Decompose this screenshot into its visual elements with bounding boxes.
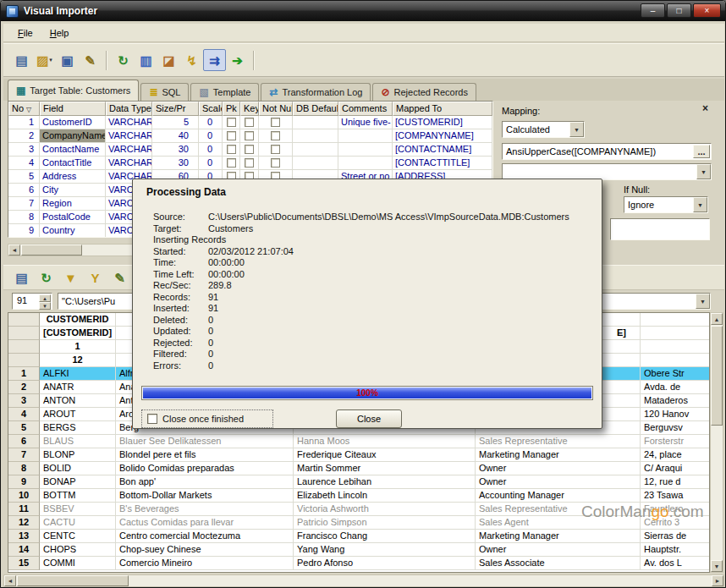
if-null-dropdown-button[interactable]: ▼ [693,197,707,212]
scroll-thumb[interactable] [711,326,723,426]
close-window-button[interactable]: × [693,3,721,18]
save-button[interactable]: ▣ [56,49,79,71]
scroll-left-button[interactable]: ◄ [4,575,16,586]
column-header-pk[interactable]: Pk [223,102,240,116]
cell-customer-id: BOTTM [40,489,116,503]
cell-customer-id: BLAUS [40,435,116,448]
close-once-finished-checkbox[interactable] [147,414,157,424]
cell-contact: Yang Wang [294,543,476,557]
refresh-button[interactable]: ↻ [112,49,135,71]
column-header-comments[interactable]: Comments [338,102,393,116]
mapping-form-button[interactable]: ▤ [10,49,33,71]
wizard-button[interactable]: ↯ [180,49,203,71]
not-null-checkbox[interactable] [271,158,280,168]
dialog-close-label: Close [357,414,381,424]
maximize-button[interactable]: □ [667,3,691,18]
data-grid-hscrollbar[interactable]: ◄ ► [3,574,724,587]
pk-checkbox[interactable] [227,131,236,140]
column-header-mapped-to[interactable]: Mapped To [393,102,492,116]
cell-company: Blauer See Delikatessen [116,435,294,448]
column-header-size-pr[interactable]: Size/Pr [152,102,199,116]
filter-custom-icon: Y [91,272,99,284]
secondary-dropdown-button[interactable]: ▼ [696,164,711,179]
column-header-no[interactable]: No▽ [8,102,40,116]
execute-button[interactable]: ⇉ [203,49,226,71]
cell-customer-id: CACTU [40,516,116,530]
field-row[interactable]: 3ContactNameVARCHAR300[CONTACTNAME] [8,143,492,157]
key-checkbox[interactable] [245,131,254,140]
pk-checkbox[interactable] [227,118,236,127]
copy-button[interactable]: ▥ [135,49,157,71]
scroll-right-button[interactable]: ► [712,575,723,586]
column-header-db-default[interactable]: DB Default [293,102,338,116]
mapping-panel-close-button[interactable]: × [699,102,712,115]
key-checkbox[interactable] [245,158,254,168]
column-header-scale[interactable]: Scale [199,102,223,116]
dialog-close-button[interactable]: Close [336,409,402,428]
cell-address: 120 Hanov [641,408,710,421]
filter-button[interactable]: ▼ [59,267,82,289]
column-header-field[interactable]: Field [40,102,106,116]
tab-rejected-records[interactable]: ⊘Rejected Records [372,83,476,101]
minimize-button[interactable]: – [641,3,665,18]
scroll-thumb[interactable] [21,245,82,256]
mapping-expression-input[interactable]: AnsiUpperCase([COMPANYNAME]) ... [502,143,712,160]
column-header-not-null[interactable]: Not Null [259,102,293,116]
tab-target-table[interactable]: ▦Target Table: Customers [8,80,139,101]
data-grid-vscrollbar[interactable]: ▲ ▼ [710,312,723,573]
field-row[interactable]: 1CustomerIDVARCHAR50Unique five-[CUSTOME… [8,116,492,129]
scroll-down-button[interactable]: ▼ [711,560,723,572]
tab-sql[interactable]: ≣SQL [140,83,189,101]
mapping-secondary-select[interactable]: ▼ [502,163,712,180]
info-label: Started: [153,246,208,258]
not-null-checkbox[interactable] [271,131,280,140]
scroll-left-button[interactable]: ◄ [8,245,20,256]
not-null-checkbox[interactable] [271,145,280,154]
data-row[interactable]: 9BONAPBon app'Laurence LebihanOwner12, r… [8,475,709,489]
dialog-info-line: Rejected:0 [153,338,595,349]
title-bar[interactable]: Visual Importer – □ × [1,1,725,21]
menu-help[interactable]: Help [42,25,77,41]
key-checkbox[interactable] [245,118,254,127]
edit-record-button[interactable]: ✎ [108,267,131,289]
tab-transformation-log[interactable]: ⇄Transformation Log [261,83,371,101]
data-row[interactable]: 10BOTTMBottom-Dollar MarketsElizabeth Li… [8,489,709,503]
key-checkbox[interactable] [245,145,254,154]
field-row[interactable]: 4ContactTitleVARCHAR300[CONTACTTITLE] [8,157,492,170]
mapping-type-dropdown-button[interactable]: ▼ [569,122,584,137]
data-row[interactable]: 6BLAUSBlauer See DelikatessenHanna MoosS… [8,435,709,448]
data-row[interactable]: 7BLONPBlondel pere et filsFrederique Cit… [8,448,709,462]
field-row[interactable]: 2CompanyNameVARCHAR400[COMPANYNAME] [8,129,492,143]
if-null-select[interactable]: Ignore ▼ [624,196,708,213]
spin-up-button[interactable]: ▴ [39,294,51,302]
record-count-spinner[interactable]: 91 ▴ ▾ [12,293,52,310]
refresh-data-button[interactable]: ↻ [35,267,58,289]
mapping-form-button[interactable]: ▤ [10,267,33,289]
info-value: 00:00:00 [208,269,245,279]
spin-down-button[interactable]: ▾ [39,302,51,310]
scroll-up-button[interactable]: ▲ [711,313,723,325]
mapping-type-select[interactable]: Calculated ▼ [502,121,585,138]
pk-checkbox[interactable] [227,158,236,168]
run-button[interactable]: ➔ [226,49,249,71]
column-header-data-type[interactable]: Data Type [106,102,152,116]
field-key-cell [240,116,259,129]
path-dropdown-button[interactable]: ▼ [696,294,710,309]
data-row[interactable]: 13CENTCCentro comercial MoctezumaFrancis… [8,530,709,543]
pk-checkbox[interactable] [227,145,236,154]
filter-custom-button[interactable]: Y [84,267,107,289]
data-row[interactable]: 15COMMIComercio MineiroPedro AfonsoSales… [8,557,709,570]
data-row[interactable]: 14CHOPSChop-suey ChineseYang WangOwnerHa… [8,543,709,557]
scroll-thumb[interactable] [17,575,129,586]
column-header-key[interactable]: Key [240,102,259,116]
not-null-checkbox[interactable] [271,118,280,127]
tab-template[interactable]: ▧Template [190,83,259,101]
menu-file[interactable]: File [10,25,41,41]
info-label: Time: [153,257,208,269]
expression-builder-button[interactable]: ... [693,145,710,158]
data-row[interactable]: 8BOLIDBolido Comidas preparadasMartin So… [8,462,709,475]
edit-script-button[interactable]: ✎ [79,49,102,71]
clear-button[interactable]: ◪ [157,49,180,71]
default-value-input[interactable] [610,218,710,240]
open-button[interactable]: ▨▾ [33,49,56,71]
